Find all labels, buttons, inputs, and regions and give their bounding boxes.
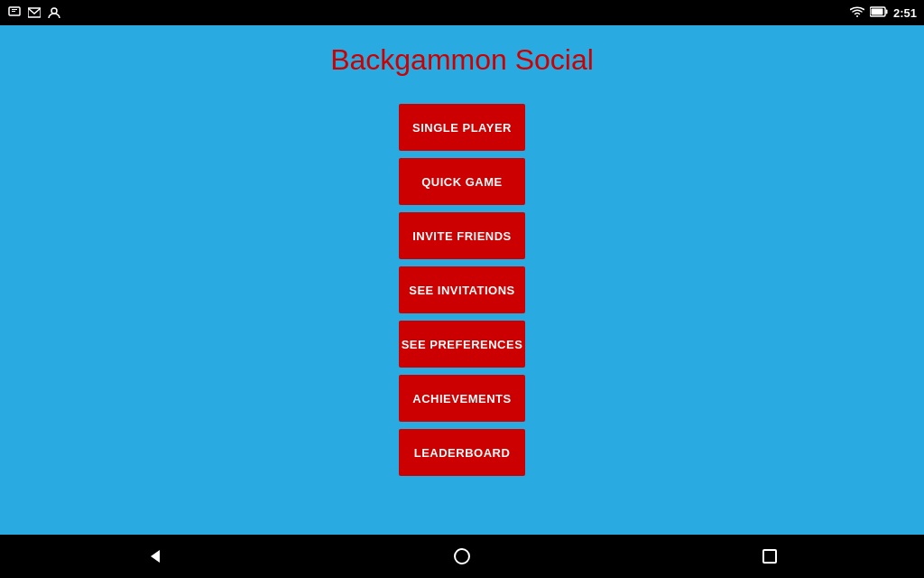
svg-point-9 bbox=[455, 549, 469, 564]
invite-friends-button[interactable]: INVITE FRIENDS bbox=[399, 212, 525, 259]
single-player-button[interactable]: SINGLE PLAYER bbox=[399, 104, 525, 151]
quick-game-button[interactable]: QUICK GAME bbox=[399, 158, 525, 205]
status-bar-right: 2:51 bbox=[850, 5, 917, 20]
wifi-icon bbox=[850, 5, 864, 20]
notification-icon-2 bbox=[27, 5, 42, 20]
status-bar: 2:51 bbox=[0, 0, 924, 25]
notification-icon-1 bbox=[7, 5, 22, 20]
see-preferences-button[interactable]: SEE PREFERENCES bbox=[399, 321, 525, 368]
home-button[interactable] bbox=[435, 538, 489, 574]
menu-container: SINGLE PLAYER QUICK GAME INVITE FRIENDS … bbox=[399, 104, 525, 476]
time-display: 2:51 bbox=[893, 6, 917, 20]
svg-marker-8 bbox=[151, 550, 160, 563]
status-bar-left bbox=[7, 5, 61, 20]
achievements-button[interactable]: ACHIEVEMENTS bbox=[399, 375, 525, 422]
main-content: Backgammon Social SINGLE PLAYER QUICK GA… bbox=[0, 25, 924, 535]
recent-apps-button[interactable] bbox=[743, 538, 797, 574]
svg-rect-7 bbox=[871, 8, 882, 14]
battery-icon bbox=[870, 6, 888, 20]
app-title: Backgammon Social bbox=[330, 43, 594, 77]
back-button[interactable] bbox=[127, 538, 181, 574]
svg-rect-10 bbox=[763, 550, 776, 563]
svg-rect-1 bbox=[12, 9, 17, 10]
see-invitations-button[interactable]: SEE INVITATIONS bbox=[399, 266, 525, 313]
svg-rect-2 bbox=[12, 11, 15, 12]
svg-point-4 bbox=[51, 8, 57, 14]
nav-bar bbox=[0, 535, 924, 578]
leaderboard-button[interactable]: LEADERBOARD bbox=[399, 429, 525, 476]
svg-rect-6 bbox=[885, 9, 887, 14]
notification-icon-3 bbox=[47, 5, 61, 20]
